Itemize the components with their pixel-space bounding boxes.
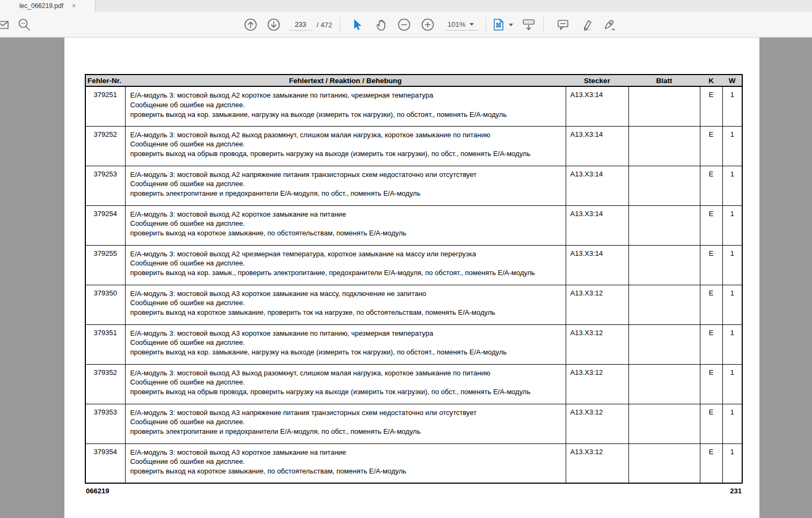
- error-reaction-line: Сообщение об ошибке на дисплее.: [130, 417, 560, 427]
- error-number: 379351: [85, 324, 125, 364]
- error-text-line: Е/А-модуль 3: мостовой выход А3 выход ра…: [130, 368, 560, 378]
- error-remedy-line: проверить выход на короткое замыкание, п…: [130, 467, 560, 476]
- error-remedy-line: проверить электропитание и предохранител…: [130, 189, 560, 198]
- error-text-line: Е/А-модуль 3: мостовой выход А2 чрезмерн…: [130, 249, 560, 259]
- blatt-value: [628, 166, 700, 205]
- page-down-icon[interactable]: [267, 18, 281, 32]
- error-description: Е/А-модуль 3: мостовой выход А3 выход ра…: [125, 364, 566, 404]
- error-number: 379255: [85, 245, 125, 285]
- pdf-viewer-window: lec_066219.pdf × / 472: [0, 0, 812, 518]
- error-text-line: Е/А-модуль 3: мостовой выход А3 короткое…: [130, 289, 560, 299]
- error-remedy-line: проверить выход на кор. замык., проверит…: [130, 268, 560, 278]
- zoom-in-icon[interactable]: [421, 18, 435, 32]
- error-table: Fehler-Nr. Fehlertext / Reaktion / Beheb…: [85, 74, 743, 484]
- error-number: 379353: [85, 404, 125, 443]
- stecker-value: A13.X3:12: [566, 364, 628, 404]
- toolbar-divider: [340, 17, 340, 32]
- stecker-value: A13.X3:12: [566, 285, 628, 324]
- column-header-fehlertext: Fehlertext / Reaktion / Behebung: [125, 75, 566, 86]
- select-tool-icon[interactable]: [350, 18, 364, 32]
- error-text-line: Е/А-модуль 3: мостовой выход А2 короткое…: [130, 210, 560, 219]
- chevron-down-icon[interactable]: [509, 24, 513, 26]
- page-up-icon[interactable]: [244, 18, 258, 32]
- error-remedy-line: проверить электропитание и предохранител…: [130, 427, 560, 436]
- highlighter-icon[interactable]: [580, 18, 594, 32]
- blatt-value: [628, 205, 700, 245]
- error-description: Е/А-модуль 3: мостовой выход А3 короткое…: [125, 285, 566, 324]
- zoom-out-icon[interactable]: [397, 18, 411, 32]
- stecker-value: A13.X3:12: [566, 324, 628, 364]
- k-value: E: [700, 404, 722, 443]
- comment-icon[interactable]: [556, 18, 570, 32]
- w-value: 1: [722, 86, 742, 126]
- column-header-k: K: [700, 75, 722, 86]
- error-reaction-line: Сообщение об ошибке на дисплее.: [130, 219, 560, 228]
- stecker-value: A13.X3:12: [566, 404, 628, 443]
- error-text-line: Е/А-модуль 3: мостовой выход А3 короткое…: [130, 448, 560, 457]
- envelope-icon[interactable]: [0, 18, 10, 32]
- stecker-value: A13.X3:14: [566, 86, 628, 126]
- w-value: 1: [722, 205, 742, 245]
- k-value: E: [700, 205, 722, 245]
- error-description: Е/А-модуль 3: мостовой выход А2 напряжен…: [125, 166, 566, 205]
- w-value: 1: [722, 404, 742, 443]
- zoom-level-dropdown[interactable]: 101%: [445, 19, 479, 31]
- search-icon[interactable]: [17, 18, 31, 32]
- blatt-value: [628, 245, 700, 285]
- pdf-page: Fehler-Nr. Fehlertext / Reaktion / Beheb…: [64, 38, 759, 518]
- error-text-line: Е/А-модуль 3: мостовой выход А3 напряжен…: [130, 408, 560, 418]
- blatt-value: [628, 86, 700, 126]
- table-row: 379350 Е/А-модуль 3: мостовой выход А3 к…: [85, 285, 742, 324]
- page-total-label: / 472: [317, 21, 332, 29]
- error-number: 379253: [85, 166, 125, 205]
- error-description: Е/А-модуль 3: мостовой выход А3 короткое…: [125, 324, 566, 364]
- error-number: 379251: [85, 86, 125, 126]
- table-header-row: Fehler-Nr. Fehlertext / Reaktion / Beheb…: [85, 75, 742, 86]
- error-text-line: Е/А-модуль 3: мостовой выход А2 выход ра…: [130, 130, 560, 140]
- hand-tool-icon[interactable]: [374, 18, 388, 32]
- error-number: 379350: [85, 285, 125, 324]
- error-number: 379254: [85, 205, 125, 245]
- error-text-line: Е/А-модуль 3: мостовой выход А2 короткое…: [130, 91, 560, 100]
- table-row: 379351 Е/А-модуль 3: мостовой выход А3 к…: [85, 324, 742, 364]
- error-reaction-line: Сообщение об ошибке на дисплее.: [130, 100, 560, 110]
- error-reaction-line: Сообщение об ошибке на дисплее.: [130, 378, 560, 387]
- blatt-value: [628, 285, 700, 324]
- error-description: Е/А-модуль 3: мостовой выход А2 короткое…: [125, 205, 566, 245]
- k-value: E: [700, 126, 722, 166]
- error-remedy-line: проверить выход на обрыв провода, провер…: [130, 387, 560, 397]
- blatt-value: [628, 126, 700, 166]
- w-value: 1: [722, 443, 742, 483]
- hide-toolbar-icon[interactable]: [522, 18, 536, 32]
- w-value: 1: [722, 245, 742, 285]
- stecker-value: A13.X3:14: [566, 126, 628, 166]
- column-header-blatt: Blatt: [628, 75, 700, 86]
- page-fit-icon[interactable]: [492, 18, 506, 32]
- error-description: Е/А-модуль 3: мостовой выход А2 выход ра…: [125, 126, 566, 166]
- stecker-value: A13.X3:12: [566, 443, 628, 483]
- close-icon[interactable]: ×: [72, 3, 76, 9]
- document-tab[interactable]: lec_066219.pdf ×: [0, 0, 96, 12]
- document-viewer[interactable]: Fehler-Nr. Fehlertext / Reaktion / Beheb…: [0, 38, 812, 518]
- tab-title: lec_066219.pdf: [19, 2, 63, 10]
- signature-pen-icon[interactable]: [602, 18, 616, 32]
- table-row: 379251 Е/А-модуль 3: мостовой выход А2 к…: [85, 86, 742, 126]
- error-number: 379354: [85, 443, 125, 483]
- k-value: E: [700, 324, 722, 364]
- w-value: 1: [722, 285, 742, 324]
- error-reaction-line: Сообщение об ошибке на дисплее.: [130, 258, 560, 268]
- error-reaction-line: Сообщение об ошибке на дисплее.: [130, 139, 560, 149]
- stecker-value: A13.X3:14: [566, 166, 628, 205]
- document-number: 066219: [86, 487, 109, 495]
- page-number-input[interactable]: [289, 19, 312, 31]
- w-value: 1: [722, 166, 742, 205]
- error-number: 379252: [85, 126, 125, 166]
- zoom-level-value: 101%: [448, 20, 465, 28]
- column-header-fehler-nr: Fehler-Nr.: [85, 75, 125, 86]
- error-description: Е/А-модуль 3: мостовой выход А2 короткое…: [125, 86, 566, 126]
- error-description: Е/А-модуль 3: мостовой выход А3 короткое…: [125, 443, 566, 483]
- chevron-down-icon: [470, 23, 474, 26]
- error-number: 379352: [85, 364, 125, 404]
- page-number-printed: 231: [730, 487, 742, 495]
- error-reaction-line: Сообщение об ошибке на дисплее.: [130, 457, 560, 467]
